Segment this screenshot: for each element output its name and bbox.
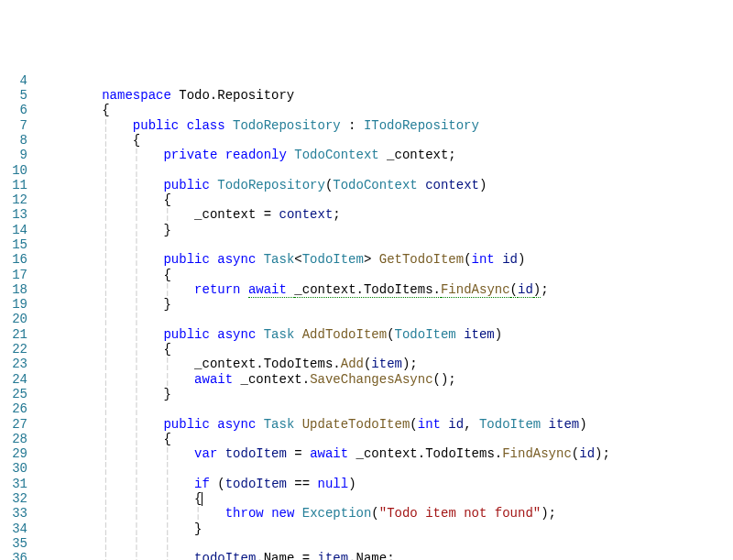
code-token: await bbox=[310, 446, 356, 461]
code-token: } bbox=[163, 223, 170, 237]
code-token: ); bbox=[595, 446, 610, 461]
code-token: (); bbox=[433, 372, 456, 387]
code-token: todoItem bbox=[225, 446, 287, 461]
code-token: ; bbox=[541, 282, 548, 297]
code-token: } bbox=[163, 387, 170, 401]
code-token: , bbox=[464, 417, 479, 432]
code-token: . bbox=[210, 88, 217, 103]
code-token: public class bbox=[133, 118, 233, 133]
code-token: Task bbox=[264, 252, 295, 267]
indent-guides: ¦ ¦ ¦ bbox=[40, 550, 194, 560]
code-token: context bbox=[279, 207, 334, 222]
code-token: { bbox=[102, 103, 109, 117]
code-token: > bbox=[364, 252, 379, 267]
code-token: item bbox=[371, 357, 402, 371]
code-token: } bbox=[194, 522, 202, 536]
code-token: null bbox=[318, 477, 349, 491]
code-token: _context. bbox=[241, 372, 311, 387]
code-token: int bbox=[472, 252, 503, 267]
line-number: 36 bbox=[0, 550, 40, 560]
code-token: throw new bbox=[225, 506, 302, 521]
code-token: ; bbox=[333, 207, 340, 222]
code-token: id bbox=[518, 282, 533, 298]
code-token: TodoItem bbox=[479, 417, 541, 432]
code-token: ) bbox=[518, 252, 525, 267]
code-token: SaveChangesAsync bbox=[310, 372, 432, 387]
code-token: var bbox=[194, 446, 225, 461]
code-token: ( bbox=[387, 327, 394, 342]
code-token: Add bbox=[341, 357, 364, 371]
code-token: FindAsync bbox=[441, 282, 510, 298]
code-token: public async bbox=[163, 327, 263, 342]
code-token: id bbox=[579, 446, 595, 461]
code-token: context bbox=[425, 178, 479, 192]
code-token: _context = bbox=[194, 207, 279, 222]
code-area[interactable]: 4 5 namespace Todo.Repository6 {7 ¦ publ… bbox=[0, 73, 733, 560]
code-token: ( bbox=[572, 446, 579, 461]
code-token: await bbox=[248, 282, 294, 298]
code-token: { bbox=[163, 342, 170, 357]
code-token: if bbox=[194, 477, 217, 491]
code-token: == bbox=[287, 477, 318, 491]
code-token: ) bbox=[533, 282, 541, 298]
code-token: ); bbox=[402, 357, 418, 371]
code-token: _context.TodoItems. bbox=[294, 282, 441, 298]
code-token: todoItem bbox=[194, 551, 256, 560]
code-token: id bbox=[502, 252, 518, 267]
code-token: .Name = bbox=[256, 551, 317, 560]
text-cursor bbox=[202, 492, 202, 506]
code-token: = bbox=[287, 446, 310, 461]
code-token: await bbox=[194, 372, 240, 387]
code-token bbox=[294, 417, 301, 432]
code-token: } bbox=[163, 297, 170, 312]
code-token: "Todo item not found" bbox=[379, 506, 541, 521]
code-token: ) bbox=[479, 178, 487, 192]
code-token: todoItem bbox=[225, 477, 287, 491]
code-token: ( bbox=[510, 282, 518, 298]
code-token: { bbox=[163, 432, 170, 446]
code-token: Todo bbox=[179, 88, 210, 103]
code-token: TodoRepository bbox=[217, 178, 325, 192]
code-token: { bbox=[163, 192, 170, 207]
code-token: id bbox=[448, 417, 464, 432]
code-token: Exception bbox=[302, 506, 372, 521]
code-token: Task bbox=[264, 417, 295, 432]
code-line[interactable]: 5 namespace Todo.Repository bbox=[0, 89, 733, 104]
line-content[interactable]: ¦ ¦ ¦ todoItem.Name = item.Name; bbox=[40, 550, 395, 560]
code-token: ( bbox=[371, 506, 378, 521]
code-token: TodoContext bbox=[333, 178, 417, 192]
code-editor[interactable]: 4 5 namespace Todo.Repository6 {7 ¦ publ… bbox=[0, 71, 733, 560]
code-token: _context; bbox=[379, 148, 456, 162]
code-token: private readonly bbox=[163, 148, 294, 162]
code-token: namespace bbox=[102, 88, 179, 103]
code-token: ( bbox=[410, 417, 417, 432]
code-token: FindAsync bbox=[502, 446, 572, 461]
code-token: public async bbox=[163, 252, 263, 267]
code-token: public bbox=[163, 178, 217, 192]
code-token: ( bbox=[464, 252, 471, 267]
code-token: ITodoRepository bbox=[364, 118, 479, 133]
code-token bbox=[418, 178, 425, 192]
code-token: Task bbox=[264, 327, 295, 342]
code-token: Repository bbox=[217, 88, 294, 103]
code-token: AddTodoItem bbox=[302, 327, 387, 342]
code-token: int bbox=[418, 417, 449, 432]
code-token: GetTodoItem bbox=[379, 252, 464, 267]
code-token: item bbox=[464, 327, 495, 342]
code-token: ( bbox=[217, 477, 224, 491]
code-token: item bbox=[549, 417, 580, 432]
code-token: ) bbox=[579, 417, 586, 432]
code-token: UpdateTodoItem bbox=[302, 417, 410, 432]
code-token: _context.TodoItems. bbox=[194, 357, 341, 371]
code-token: { bbox=[133, 133, 140, 148]
code-token: item bbox=[318, 551, 349, 560]
code-token: .Name; bbox=[348, 551, 394, 560]
code-token bbox=[456, 327, 464, 342]
code-line[interactable]: 36 ¦ ¦ ¦ todoItem.Name = item.Name; bbox=[0, 552, 733, 560]
code-token: : bbox=[341, 118, 364, 133]
code-token bbox=[541, 417, 548, 432]
code-token bbox=[294, 327, 301, 342]
code-token: _context.TodoItems. bbox=[356, 446, 503, 461]
code-token: TodoItem bbox=[302, 252, 364, 267]
code-token: ) bbox=[348, 477, 356, 491]
